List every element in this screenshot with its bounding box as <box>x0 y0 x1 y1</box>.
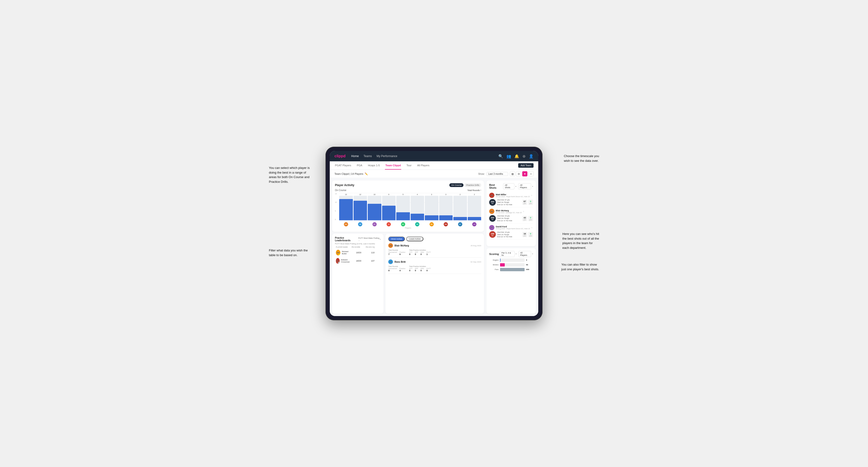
shot-details-1: 200 SG Shot Dist: 67 yds Start Lie: Roug… <box>489 199 533 206</box>
nav-logo: clippd <box>335 154 346 158</box>
scoring-bar-container-birdies <box>500 263 525 267</box>
shot-badge-3: 198 SG <box>489 231 496 238</box>
shot-info-2: Shot Dist: 43 yds Start Lie: Rough End L… <box>497 215 521 222</box>
shot-item-2: BM Blair McHarg 23 Jul 2023 · Ashridge G… <box>489 207 533 223</box>
team-title: Team Clippd | 14 Players <box>335 173 363 175</box>
people-icon[interactable]: 👥 <box>506 154 511 158</box>
annotation-top-left: You can select which player is doing the… <box>269 165 310 184</box>
scoring-card: Scoring Par 3, 4 & 5s ▾ All Players ▾ Ea… <box>486 248 536 314</box>
on-course-tab[interactable]: On Course <box>450 183 464 187</box>
activity-card: Most Active Least Active BM Blair McHarg… <box>385 234 484 314</box>
sub-nav-all-players[interactable]: All Players <box>417 161 430 169</box>
nav-icons: 🔍 👥 🔔 ⊕ 👤 <box>498 154 533 158</box>
shot-player-details-1: Matt Miller 09 Jun 2023 · Royal North De… <box>496 193 530 197</box>
view-list-icon[interactable]: ≡ <box>528 171 533 177</box>
table-row[interactable]: RB 1 Richard Butler 19/20 110 <box>335 249 381 256</box>
sub-nav-hcaps[interactable]: Hcaps 1-5 <box>368 161 380 169</box>
add-icon[interactable]: ⊕ <box>522 154 526 158</box>
scoring-row-birdies: Birdies 96 <box>489 263 533 267</box>
chart-dropdown[interactable]: Total Rounds ▾ <box>467 189 481 191</box>
top-nav: clippd Home Teams My Performance 🔍 👥 🔔 ⊕… <box>330 151 538 161</box>
shot-badge-2: 200 SG <box>489 215 496 222</box>
bell-icon[interactable]: 🔔 <box>515 154 519 158</box>
least-active-tab[interactable]: Least Active <box>406 237 423 241</box>
sub-nav-pga[interactable]: PGA <box>356 161 363 169</box>
shot-arrow-1[interactable]: › <box>531 194 532 197</box>
sub-nav-pgat[interactable]: PGAT Players <box>335 161 352 169</box>
view-heart-icon[interactable]: ♥ <box>522 171 527 177</box>
all-shots-filter[interactable]: All Shots <box>503 183 515 189</box>
activity-date-1: 26 Aug 2023 <box>470 245 481 247</box>
all-players-scoring-filter[interactable]: All Players <box>519 251 531 257</box>
stat-row-4: GTT 0 APP 0 <box>409 268 431 272</box>
scoring-val-eagles: 3 <box>526 259 533 261</box>
activity-player-2-header: RB Rees Britt 02 Sep 2023 <box>388 259 481 264</box>
avatar-blair: BM <box>388 243 393 248</box>
view-grid2-icon[interactable]: ▦ <box>510 171 515 177</box>
shot-item-1: MM Matt Miller 09 Jun 2023 · Royal North… <box>489 191 533 207</box>
scoring-label-eagles: Eagles <box>489 259 499 261</box>
leaderboard-dropdown[interactable]: PUTT Must Make Putting ... ▾ <box>358 237 381 241</box>
avatar-blair-mcharg: BM <box>489 209 494 214</box>
activity-player-1-header: BM Blair McHarg 26 Aug 2023 <box>388 243 481 248</box>
activity-player-1-name: Blair McHarg <box>394 244 409 247</box>
player-info-2: EC 2 Edward Crossman <box>336 258 351 264</box>
scoring-bar-container-eagles <box>500 258 525 262</box>
bar-ecrossman: 2 <box>453 194 467 220</box>
nav-link-teams[interactable]: Teams <box>364 154 372 159</box>
view-grid3-icon[interactable]: ⊞ <box>516 171 521 177</box>
avatar-eebert: EE <box>401 222 405 226</box>
par-filter[interactable]: Par 3, 4 & 5s <box>500 251 515 257</box>
scoring-label-pars: Pars <box>489 269 499 271</box>
shot-player-info-3: DF David Ford 24 Aug 2023 · Royal North … <box>489 225 533 230</box>
all-players-filter[interactable]: All Players <box>518 183 531 189</box>
sub-nav-team-clippd[interactable]: Team Clippd <box>385 161 401 169</box>
shot-info-3: Shot Dist: 16 yds Start Lie: Rough End L… <box>497 231 521 238</box>
shot-metrics-3: 16 yds 0 yds <box>522 232 533 237</box>
bar-eebert: 5 <box>396 194 410 220</box>
show-label: Show: <box>478 173 485 175</box>
player-activity-card: Player Activity On Course Practice Drill… <box>332 181 484 232</box>
metric-yds-3: 16 yds <box>522 232 527 237</box>
nav-link-home[interactable]: Home <box>351 154 359 159</box>
nav-link-performance[interactable]: My Performance <box>376 154 397 159</box>
metric-yds-1: 67 yds <box>522 199 527 205</box>
avatar-matt-miller: MM <box>489 193 494 198</box>
activity-date-2: 02 Sep 2023 <box>470 261 481 263</box>
avatar-icon[interactable]: 👤 <box>529 154 533 158</box>
search-icon[interactable]: 🔍 <box>498 154 503 158</box>
team-header: Team Clippd | 14 Players ✏️ Show: Last 3… <box>330 170 538 178</box>
show-select[interactable]: Last 3 months Last 6 months Last year <box>487 172 508 176</box>
y-label-0: 0 <box>335 219 339 220</box>
annotation-bot-right: You can also filter to show just one pla… <box>561 262 599 272</box>
shot-arrow-2[interactable]: › <box>523 210 524 213</box>
avatar-dbillingham: DB <box>415 222 420 226</box>
activity-player-1: BM Blair McHarg 26 Aug 2023 Total Rounds <box>388 243 481 257</box>
shot-player-info-1: MM Matt Miller 09 Jun 2023 · Royal North… <box>489 193 533 198</box>
activity-toggle-btns: On Course Practice Drills <box>450 183 481 187</box>
stat-app-2: APP 0 <box>415 268 418 272</box>
stat-gtt-2: GTT 0 <box>409 268 412 272</box>
player-info-1: RB 1 Richard Butler <box>336 250 351 255</box>
rank-badge-1: 1 <box>338 253 340 255</box>
practice-drills-tab[interactable]: Practice Drills <box>464 183 481 187</box>
add-team-button[interactable]: Add Team <box>518 163 533 168</box>
player-name-edward: Edward Crossman <box>341 259 351 263</box>
shot-arrow-3[interactable]: › <box>531 226 532 229</box>
player-activity-title: Player Activity <box>335 184 354 187</box>
rank-badge-2: 2 <box>338 262 340 264</box>
shot-player-name-3: David Ford <box>496 225 530 228</box>
bar-rbutler: 3 <box>425 194 438 220</box>
metric-zero-3: 0 yds <box>528 232 533 237</box>
shot-badge-1: 200 SG <box>489 199 496 206</box>
nav-links: Home Teams My Performance <box>351 154 498 159</box>
edit-icon[interactable]: ✏️ <box>365 173 368 176</box>
pb-score-2: 18/20 <box>351 260 366 262</box>
stat-practice-1: Practice 6 <box>399 251 405 255</box>
most-active-tab[interactable]: Most Active <box>388 237 405 241</box>
metric-zero-1: 0 yds <box>528 199 533 205</box>
activity-player-2-name: Rees Britt <box>394 261 405 263</box>
sub-nav-tour[interactable]: Tour <box>406 161 412 169</box>
leaderboard-subtitle: PUTT Must Make Putting (3-6 ft), Last 3 … <box>335 243 381 245</box>
table-row[interactable]: EC 2 Edward Crossman 18/20 107 <box>335 257 381 264</box>
